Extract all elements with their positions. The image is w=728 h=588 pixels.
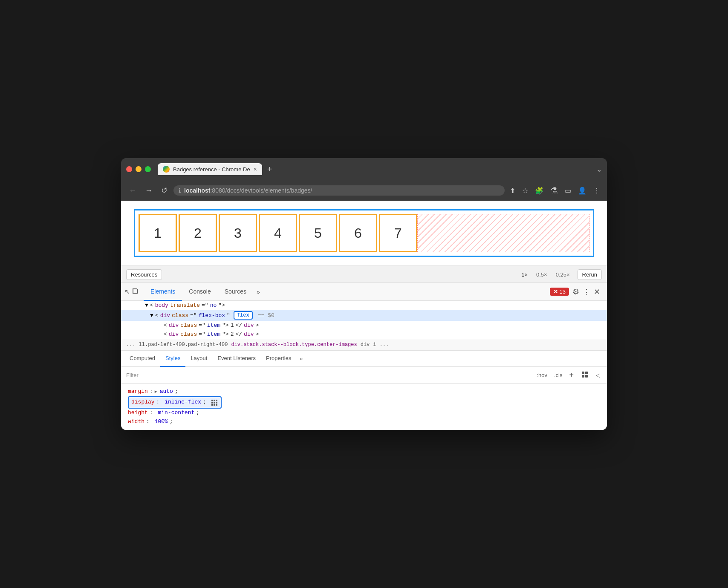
profile-icon[interactable]: 👤 [576,185,588,196]
dom-row-body[interactable]: ▼ <body translate="no"> [121,301,607,310]
address-text: localhost:8080/docs/devtools/elements/ba… [184,187,500,194]
devtools-action-icons: ⚙ ⋮ ✕ [569,287,604,297]
tab-bar: Badges reference - Chrome De × + [158,163,593,176]
browser-tab[interactable]: Badges reference - Chrome De × [158,163,262,175]
dom-row-item2[interactable]: <div class="item">2</div> [121,330,607,339]
close-traffic-light[interactable] [126,166,132,172]
svg-rect-0 [582,372,584,374]
tab-elements-label: Elements [150,288,175,295]
tab-favicon [163,166,170,173]
reload-button[interactable]: ↺ [159,184,170,197]
tab-chevron-icon[interactable]: ⌄ [596,165,602,173]
device-icon[interactable]: ⧠ [132,288,139,296]
svg-rect-5 [214,400,215,401]
close-devtools-icon[interactable]: ✕ [594,287,600,297]
width-prop-line: width : 100% ; [128,418,600,427]
svg-rect-10 [211,404,213,406]
svg-rect-2 [582,375,584,378]
new-tab-button[interactable]: + [264,163,276,176]
display-prop-name: display [131,398,155,407]
error-badge[interactable]: ✕ 13 [550,288,569,296]
margin-value: auto [160,387,173,396]
flex-item-6: 6 [339,214,377,252]
forward-button[interactable]: → [142,184,155,197]
svg-rect-3 [585,375,588,378]
more-options-icon[interactable]: ⋮ [583,287,590,297]
dom-tree: ▼ <body translate="no"> ▼ <div class="fl… [121,301,607,339]
traffic-lights [126,166,151,172]
scale-05x-button[interactable]: 0.5× [534,271,550,279]
margin-triangle[interactable]: ▶ [155,389,157,395]
styles-tab-event-listeners[interactable]: Event Listeners [212,351,261,367]
display-value: inline-flex [165,398,201,407]
styles-tab-more-button[interactable]: » [296,355,306,362]
styles-tab-layout[interactable]: Layout [185,351,212,367]
dom-row-item1[interactable]: <div class="item">1</div> [121,321,607,330]
scale-1x-button[interactable]: 1× [519,271,530,279]
tab-label: Badges reference - Chrome De [173,166,250,173]
share-icon[interactable]: ⬆ [508,185,517,196]
filter-placeholder[interactable]: Filter [126,372,532,378]
cast-icon[interactable]: ▭ [563,185,573,196]
flex-items-area: 1 2 3 4 5 6 7 [139,214,417,252]
styles-tab-styles[interactable]: Styles [160,351,185,367]
cls-button[interactable]: .cls [552,371,564,379]
layout-icon[interactable] [579,369,591,381]
grid-icon[interactable] [211,399,218,406]
back-panel-icon[interactable]: ◁ [594,371,602,379]
width-colon: : [146,418,153,427]
styles-tab-styles-label: Styles [165,355,180,361]
maximize-traffic-light[interactable] [145,166,151,172]
margin-prop-name: margin [128,387,148,396]
scale-025x-button[interactable]: 0.25× [553,271,572,279]
settings-icon[interactable]: ⚙ [572,287,579,297]
flex-item-3: 3 [219,214,257,252]
url-host: localhost [184,187,210,194]
dom-row-div[interactable]: ▼ <div class="flex-box" flex == $0 [121,310,607,321]
extensions-icon[interactable]: 🧩 [533,185,545,196]
margin-colon: : [150,387,153,396]
height-prop-line: height : min-content ; [128,409,600,418]
breadcrumb-start-dots: ... [126,342,136,348]
flex-item-5: 5 [299,214,337,252]
styles-tab-layout-label: Layout [191,355,207,361]
styles-tab-properties[interactable]: Properties [261,351,296,367]
url-path: /docs/devtools/elements/badges/ [225,187,312,194]
address-bar: ← → ↺ ℹ localhost:8080/docs/devtools/ele… [121,180,607,201]
body-triangle: ▼ [145,302,148,308]
add-style-button[interactable]: + [567,370,575,380]
styles-tabs: Computed Styles Layout Event Listeners P… [121,351,607,367]
tab-close-button[interactable]: × [254,166,257,173]
breadcrumb-item-1[interactable]: ll.pad-left-400.pad-right-400 [139,342,228,348]
rerun-button[interactable]: Rerun [578,269,602,280]
minimize-traffic-light[interactable] [136,166,142,172]
back-button[interactable]: ← [126,184,139,197]
height-semi: ; [196,409,199,418]
breadcrumb-item-4[interactable]: i [373,342,376,348]
flex-item-1: 1 [139,214,177,252]
toolbar-icons: ⬆ ☆ 🧩 ⚗ ▭ 👤 ⋮ [508,184,602,197]
error-x-icon: ✕ [553,288,558,295]
devtools-tab-icons: ↖ ⧠ [124,288,139,296]
div-triangle: ▼ [150,312,153,319]
breadcrumb-item-2[interactable]: div.stack.stack--block.type.center-image… [231,342,357,348]
breadcrumb-item-3[interactable]: div [361,342,370,348]
hov-button[interactable]: :hov [535,371,549,379]
margin-semi: ; [175,387,178,396]
resources-button[interactable]: Resources [126,269,162,280]
css-properties: margin : ▶ auto ; display : inline-flex … [121,384,607,429]
tab-more-button[interactable]: » [253,288,263,295]
width-prop-name: width [128,418,144,427]
tab-elements[interactable]: Elements [144,283,182,301]
tab-sources[interactable]: Sources [218,283,253,301]
devtools-icon[interactable]: ⚗ [549,184,560,197]
menu-icon[interactable]: ⋮ [592,185,602,196]
styles-tab-computed[interactable]: Computed [124,351,160,367]
cursor-icon[interactable]: ↖ [124,288,130,296]
svg-rect-12 [216,404,217,406]
tab-console[interactable]: Console [182,283,217,301]
address-input[interactable]: ℹ localhost:8080/docs/devtools/elements/… [173,185,505,196]
bookmark-icon[interactable]: ☆ [520,185,530,196]
flex-badge[interactable]: flex [234,311,253,320]
svg-rect-9 [216,402,217,404]
